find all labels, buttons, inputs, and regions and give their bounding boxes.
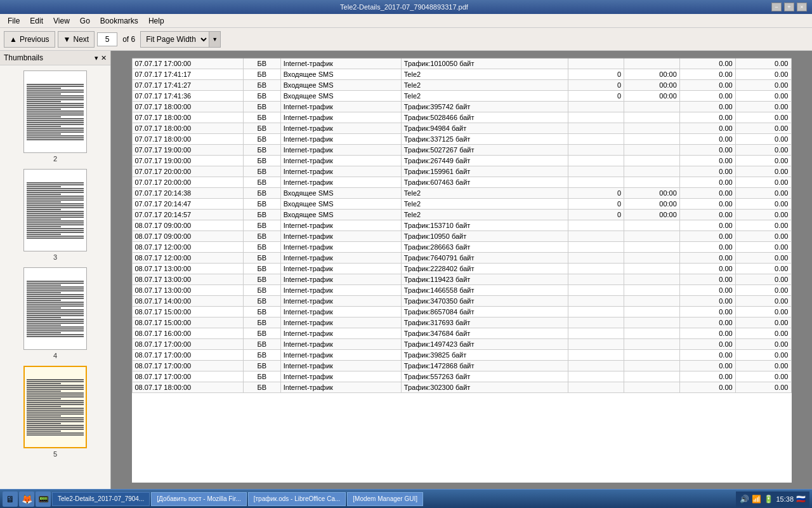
menu-view[interactable]: View [48,15,75,27]
data-table: 07.07.17 17:00:00 БВ Internet-трафик Тра… [132,57,792,393]
minimize-button[interactable]: − [771,3,782,11]
t [27,315,84,316]
t [27,383,61,384]
cell-time [624,361,680,371]
t [27,194,61,195]
cell-cost1: 0.00 [679,350,735,361]
cell-date: 07.07.17 17:00:00 [132,58,244,69]
cell-service: Internet-трафик [280,242,401,253]
cell-cost1: 0.00 [679,177,735,188]
menu-help[interactable]: Help [143,15,169,27]
pdf-content-area[interactable]: 07.07.17 17:00:00 БВ Internet-трафик Тра… [111,51,812,489]
t [27,230,84,231]
table-row: 08.07.17 18:00:00БВInternet-трафикТрафик… [132,382,791,393]
t [27,321,84,322]
cell-num [568,156,624,166]
cell-type: БВ [244,123,281,134]
menu-go[interactable]: Go [75,15,95,27]
cell-service: Internet-трафик [280,296,401,307]
sidebar-menu-icon[interactable]: ▾ [95,54,98,62]
previous-button[interactable]: ▲ Previous [4,31,55,48]
cell-cost1: 0.00 [679,274,735,285]
menu-bookmarks[interactable]: Bookmarks [95,15,143,27]
cell-date: 08.07.17 13:00:00 [132,285,244,296]
cell-time [624,134,680,145]
tray-sound-icon[interactable]: 🔊 [740,495,749,504]
cell-date: 07.07.17 20:14:57 [132,210,244,220]
sidebar-close-icon[interactable]: ✕ [101,54,107,62]
cell-num [568,102,624,112]
cell-cost1: 0.00 [679,231,735,242]
table-row: 07.07.17 20:14:47БВВходящее SMSTele2000:… [132,199,791,210]
taskbar-app-calc[interactable]: [трафик.ods - LibreOffice Ca... [248,492,346,506]
next-button[interactable]: ▼ Next [58,31,95,48]
t [27,300,61,301]
cell-time [624,156,680,166]
t [27,139,84,140]
t [27,431,61,432]
taskbar-tray: 🔊 📶 🔋 15:38 🇷🇺 [736,491,809,507]
thumbnail-page-3[interactable]: 3 [23,169,87,261]
maximize-button[interactable]: + [784,3,794,11]
fit-select[interactable]: Fit Page Width Fit Page 50% 75% 100% [141,32,209,47]
t [27,292,61,293]
fit-dropdown[interactable]: Fit Page Width Fit Page 50% 75% 100% ▼ [140,31,221,48]
taskbar-app-modem[interactable]: [Modem Manager GUI] [347,492,423,506]
up-arrow-icon: ▲ [10,35,17,44]
cell-type: БВ [244,177,281,188]
tray-battery-icon[interactable]: 🔋 [764,495,773,504]
taskbar: 🖥 🦊 📟 Tele2-Details_2017-07_7904... [Доб… [0,489,812,508]
close-button[interactable]: × [797,3,807,11]
sidebar-header: Thumbnails ▾ ✕ [0,51,110,65]
cell-cost2: 0.00 [735,220,791,231]
cell-cost2: 0.00 [735,264,791,274]
menu-edit[interactable]: Edit [25,15,48,27]
table-row: 08.07.17 15:00:00БВInternet-трафикТрафик… [132,318,791,328]
cell-type: БВ [244,199,281,210]
t [27,304,84,305]
cell-num [568,145,624,156]
cell-num: 0 [568,199,624,210]
t [27,284,61,286]
tray-network-icon[interactable]: 📶 [752,495,761,504]
t [27,110,84,112]
cell-time: 00:00 [624,80,680,91]
taskbar-app-firefox[interactable]: [Добавить пост - Mozilla Fir... [151,492,247,506]
cell-type: БВ [244,253,281,264]
cell-detail: Трафик:337125 байт [401,134,568,145]
t [27,288,84,290]
cell-cost1: 0.00 [679,264,735,274]
thumbnail-page-4[interactable]: 4 [23,267,87,359]
cell-time: 00:00 [624,91,680,102]
thumbnail-page-5[interactable]: 5 [23,366,87,458]
cell-detail: Трафик:395742 байт [401,102,568,112]
page-number-input[interactable] [97,32,117,46]
t [27,330,84,331]
taskbar-app-pdf[interactable]: Tele2-Details_2017-07_7904... [52,492,150,506]
cell-type: БВ [244,296,281,307]
cell-detail: Трафик:1010050 байт [401,58,568,69]
taskbar-icon-terminal[interactable]: 📟 [36,491,51,507]
thumbnail-page-2[interactable]: 2 [23,70,87,163]
cell-cost2: 0.00 [735,318,791,328]
cell-detail: Трафик:153710 байт [401,220,568,231]
cell-num [568,318,624,328]
cell-time [624,123,680,134]
t [27,101,61,102]
cell-detail: Трафик:302300 байт [401,382,568,393]
t [27,234,61,235]
menu-file[interactable]: File [3,15,25,27]
cell-cost1: 0.00 [679,134,735,145]
cell-type: БВ [244,188,281,199]
taskbar-icon-desktop[interactable]: 🖥 [3,491,18,507]
cell-cost2: 0.00 [735,166,791,177]
taskbar-app-firefox-label: [Добавить пост - Mozilla Fir... [157,495,241,502]
t [27,394,84,396]
taskbar-icon-browser[interactable]: 🦊 [19,491,34,507]
cell-detail: Трафик:1472868 байт [401,361,568,371]
cell-cost2: 0.00 [735,91,791,102]
t [27,124,84,125]
t [27,232,84,233]
table-row: 08.07.17 13:00:00БВInternet-трафикТрафик… [132,264,791,274]
cell-num [568,134,624,145]
